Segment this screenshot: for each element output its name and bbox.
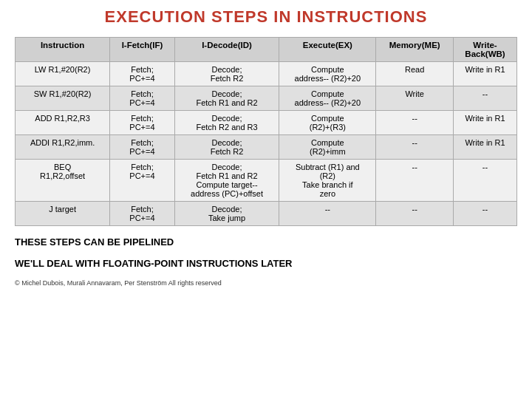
table-cell: Compute(R2)+(R3) bbox=[279, 111, 376, 135]
table-cell: Write bbox=[376, 86, 454, 111]
table-cell: -- bbox=[376, 202, 454, 226]
table-cell: Subtract (R1) and(R2)Take branch ifzero bbox=[279, 160, 376, 202]
table-cell: Fetch;PC+=4 bbox=[110, 62, 175, 86]
table-cell: Read bbox=[376, 62, 454, 86]
table-cell: -- bbox=[376, 111, 454, 135]
floating-point-section: WE'LL DEAL WITH FLOATING-POINT INSTRUCTI… bbox=[15, 258, 517, 269]
execution-steps-table: Instruction I-Fetch(IF) I-Decode(ID) Exe… bbox=[15, 37, 517, 226]
col-header-ifetch: I-Fetch(IF) bbox=[110, 38, 175, 62]
table-cell: ADD R1,R2,R3 bbox=[16, 111, 110, 135]
col-header-idecode: I-Decode(ID) bbox=[174, 38, 279, 62]
table-cell: Fetch;PC+=4 bbox=[110, 86, 175, 111]
pipeline-section: THESE STEPS CAN BE PIPELINED bbox=[15, 236, 517, 248]
table-cell: SW R1,#20(R2) bbox=[16, 86, 110, 111]
table-cell: Decode;Fetch R2 bbox=[174, 62, 279, 86]
table-cell: -- bbox=[376, 160, 454, 202]
table-row: LW R1,#20(R2)Fetch;PC+=4Decode;Fetch R2C… bbox=[16, 62, 517, 86]
table-cell: LW R1,#20(R2) bbox=[16, 62, 110, 86]
table-row: ADD R1,R2,R3Fetch;PC+=4Decode;Fetch R2 a… bbox=[16, 111, 517, 135]
table-cell: Fetch;PC+=4 bbox=[110, 135, 175, 160]
table-cell: Fetch;PC+=4 bbox=[110, 111, 175, 135]
table-cell: -- bbox=[279, 202, 376, 226]
table-cell: -- bbox=[454, 160, 517, 202]
col-header-instruction: Instruction bbox=[16, 38, 110, 62]
page-title: EXECUTION STEPS IN INSTRUCTIONS bbox=[15, 7, 517, 27]
table-cell: Write in R1 bbox=[454, 135, 517, 160]
col-header-execute: Execute(EX) bbox=[279, 38, 376, 62]
table-cell: BEQR1,R2,offset bbox=[16, 160, 110, 202]
table-cell: Write in R1 bbox=[454, 111, 517, 135]
table-cell: ADDI R1,R2,imm. bbox=[16, 135, 110, 160]
table-cell: Fetch;PC+=4 bbox=[110, 202, 175, 226]
table-row: ADDI R1,R2,imm.Fetch;PC+=4Decode;Fetch R… bbox=[16, 135, 517, 160]
table-cell: Decode;Take jump bbox=[174, 202, 279, 226]
table-cell: Fetch;PC+=4 bbox=[110, 160, 175, 202]
table-cell: Decode;Fetch R1 and R2 bbox=[174, 86, 279, 111]
footer: © Michel Dubois, Murali Annavaram, Per S… bbox=[15, 279, 517, 287]
col-header-memory: Memory(ME) bbox=[376, 38, 454, 62]
table-cell: -- bbox=[376, 135, 454, 160]
table-cell: J target bbox=[16, 202, 110, 226]
table-cell: Computeaddress-- (R2)+20 bbox=[279, 86, 376, 111]
table-cell: Write in R1 bbox=[454, 62, 517, 86]
table-cell: -- bbox=[454, 202, 517, 226]
table-cell: Compute(R2)+imm bbox=[279, 135, 376, 160]
table-cell: Decode;Fetch R2 and R3 bbox=[174, 111, 279, 135]
col-header-writeback: Write-Back(WB) bbox=[454, 38, 517, 62]
table-row: BEQR1,R2,offsetFetch;PC+=4Decode;Fetch R… bbox=[16, 160, 517, 202]
table-cell: Computeaddress-- (R2)+20 bbox=[279, 62, 376, 86]
table-row: SW R1,#20(R2)Fetch;PC+=4Decode;Fetch R1 … bbox=[16, 86, 517, 111]
table-cell: -- bbox=[454, 86, 517, 111]
table-cell: Decode;Fetch R2 bbox=[174, 135, 279, 160]
table-cell: Decode;Fetch R1 and R2Compute target--ad… bbox=[174, 160, 279, 202]
table-row: J targetFetch;PC+=4Decode;Take jump-----… bbox=[16, 202, 517, 226]
